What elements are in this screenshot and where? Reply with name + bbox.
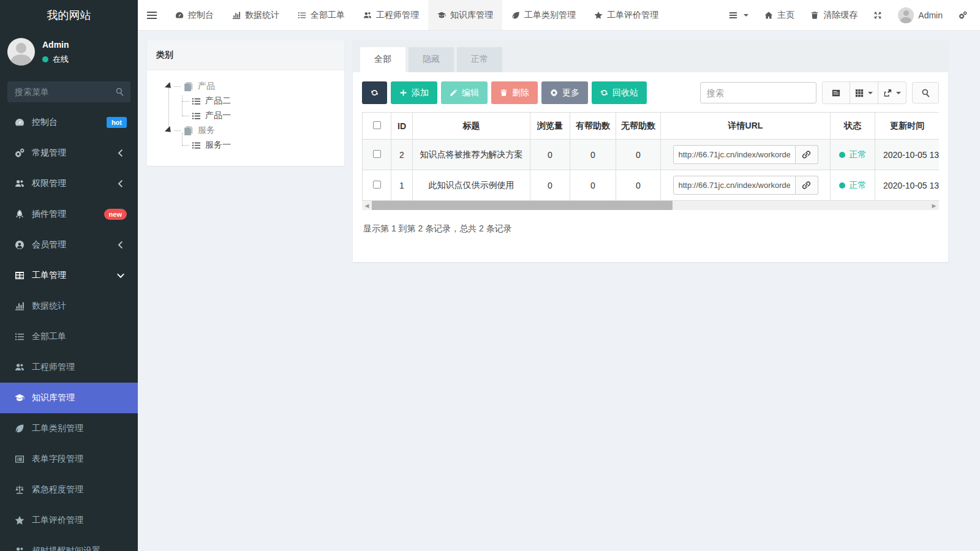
- edit-button[interactable]: 编辑: [441, 81, 488, 104]
- chevron-down-icon: [116, 271, 126, 280]
- tab-all[interactable]: 全部: [360, 47, 405, 72]
- cell-updated: 2020-10-05 13:0: [875, 140, 940, 170]
- row-checkbox[interactable]: [373, 150, 381, 158]
- sidebar-item-workorder[interactable]: 工单管理: [0, 260, 138, 291]
- table-row: 1 此知识点仅供示例使用 0 0 0 正常 2020-10-05 13:0: [363, 170, 940, 201]
- user-circle-icon: [15, 240, 24, 250]
- tab-normal[interactable]: 正常: [457, 47, 502, 72]
- list-icon: [298, 11, 306, 20]
- sidebar-subitem-engineers[interactable]: 工程师管理: [0, 352, 138, 383]
- toggle-view-button[interactable]: [823, 82, 850, 103]
- cell-title: 知识点将被推荐为解决方案: [413, 140, 530, 170]
- user-status: 在线: [42, 54, 69, 65]
- trash-icon: [810, 11, 819, 20]
- tab-hidden[interactable]: 隐藏: [409, 47, 454, 72]
- sidebar-subitem-urgency[interactable]: 紧急程度管理: [0, 474, 138, 505]
- tree-expander-icon[interactable]: [165, 82, 173, 91]
- settings-button[interactable]: [951, 0, 975, 30]
- export-icon: [883, 89, 892, 97]
- tree-expander-icon[interactable]: [165, 126, 173, 135]
- advanced-search-button[interactable]: [912, 82, 939, 103]
- sidebar-toggle-button[interactable]: [138, 0, 166, 30]
- row-checkbox[interactable]: [373, 181, 381, 189]
- list-icon: [192, 111, 201, 121]
- col-updated[interactable]: 更新时间: [875, 113, 940, 140]
- col-status[interactable]: 状态: [831, 113, 875, 140]
- add-button[interactable]: 添加: [391, 81, 437, 104]
- caret-down-icon: [896, 92, 901, 94]
- cell-views: 0: [530, 140, 570, 170]
- col-views[interactable]: 浏览量: [530, 113, 570, 140]
- sidebar-subitem-category[interactable]: 工单类别管理: [0, 413, 138, 444]
- user-menu[interactable]: Admin: [890, 0, 951, 30]
- sidebar-item-general[interactable]: 常规管理: [0, 138, 138, 168]
- document-icon: [832, 89, 840, 97]
- open-link-button[interactable]: [796, 145, 818, 164]
- nav-tab-evaluation[interactable]: 工单评价管理: [585, 0, 668, 30]
- scroll-left-arrow[interactable]: ◀: [362, 201, 372, 210]
- filter-tabs: 全部 隐藏 正常: [353, 40, 948, 72]
- cell-views: 0: [530, 170, 570, 201]
- site-title: 我的网站: [0, 0, 138, 31]
- leaf-icon: [15, 424, 24, 433]
- sidebar-subitem-all-orders[interactable]: 全部工单: [0, 321, 138, 352]
- sidebar-item-auth[interactable]: 权限管理: [0, 168, 138, 199]
- nav-tab-knowledge[interactable]: 知识库管理: [428, 0, 502, 30]
- table-search-input[interactable]: [700, 82, 816, 103]
- fullscreen-button[interactable]: [865, 0, 890, 30]
- search-icon: [115, 87, 124, 96]
- refresh-button[interactable]: [362, 81, 387, 104]
- gear-icon: [550, 89, 558, 97]
- open-link-button[interactable]: [796, 176, 818, 195]
- sidebar-subitem-partial[interactable]: 超时提醒时间设置: [0, 536, 138, 551]
- users-icon: [15, 362, 24, 372]
- recycle-bin-button[interactable]: 回收站: [592, 81, 647, 104]
- clear-cache-button[interactable]: 清除缓存: [802, 0, 865, 30]
- export-button[interactable]: [878, 82, 906, 103]
- home-icon: [764, 11, 773, 20]
- sidebar-item-member[interactable]: 会员管理: [0, 230, 138, 260]
- home-button[interactable]: 主页: [756, 0, 802, 30]
- horizontal-scrollbar[interactable]: ◀ ▶: [362, 201, 939, 210]
- nav-tab-engineers[interactable]: 工程师管理: [354, 0, 428, 30]
- nav-tab-all-orders[interactable]: 全部工单: [288, 0, 354, 30]
- form-icon: [15, 454, 24, 464]
- sidebar-subitem-form-fields[interactable]: 表单字段管理: [0, 444, 138, 474]
- more-button[interactable]: 更多: [541, 81, 588, 104]
- cell-helpful: 0: [570, 170, 616, 201]
- select-all-checkbox[interactable]: [373, 121, 381, 129]
- tab-list-dropdown[interactable]: [721, 0, 756, 30]
- users-icon: [15, 546, 24, 551]
- avatar: [7, 38, 35, 66]
- delete-button[interactable]: 删除: [491, 81, 538, 104]
- toolbar: 添加 编辑 删除 更多 回收站: [362, 81, 939, 104]
- col-id[interactable]: ID: [391, 113, 413, 140]
- sidebar-search-input[interactable]: [7, 81, 130, 102]
- sidebar-subitem-stats[interactable]: 数据统计: [0, 291, 138, 321]
- col-url[interactable]: 详情URL: [661, 113, 831, 140]
- sidebar-subitem-evaluation[interactable]: 工单评价管理: [0, 505, 138, 536]
- bar-chart-icon: [15, 301, 24, 311]
- col-title[interactable]: 标题: [413, 113, 530, 140]
- chevron-left-icon: [116, 240, 126, 250]
- caret-down-icon: [868, 92, 873, 94]
- hot-badge: hot: [107, 117, 127, 128]
- nav-tab-dashboard[interactable]: 控制台: [166, 0, 223, 30]
- nav-tab-category[interactable]: 工单类别管理: [502, 0, 585, 30]
- col-unhelpful[interactable]: 无帮助数: [616, 113, 661, 140]
- rocket-icon: [15, 209, 24, 219]
- sidebar-subitem-knowledge[interactable]: 知识库管理: [0, 383, 138, 413]
- refresh-icon: [371, 89, 379, 97]
- scroll-right-arrow[interactable]: ▶: [929, 201, 939, 210]
- detail-url-input[interactable]: [673, 145, 796, 164]
- detail-url-input[interactable]: [673, 176, 796, 195]
- tree-node-product[interactable]: 产品: [154, 79, 338, 94]
- sidebar-item-dashboard[interactable]: 控制台hot: [0, 107, 138, 138]
- records-summary: 显示第 1 到第 2 条记录，总共 2 条记录: [363, 223, 938, 234]
- scale-icon: [15, 485, 24, 495]
- col-helpful[interactable]: 有帮助数: [570, 113, 616, 140]
- columns-button[interactable]: [850, 82, 878, 103]
- scrollbar-thumb[interactable]: [372, 201, 673, 210]
- nav-tab-stats[interactable]: 数据统计: [223, 0, 288, 30]
- sidebar-item-addon[interactable]: 插件管理new: [0, 199, 138, 230]
